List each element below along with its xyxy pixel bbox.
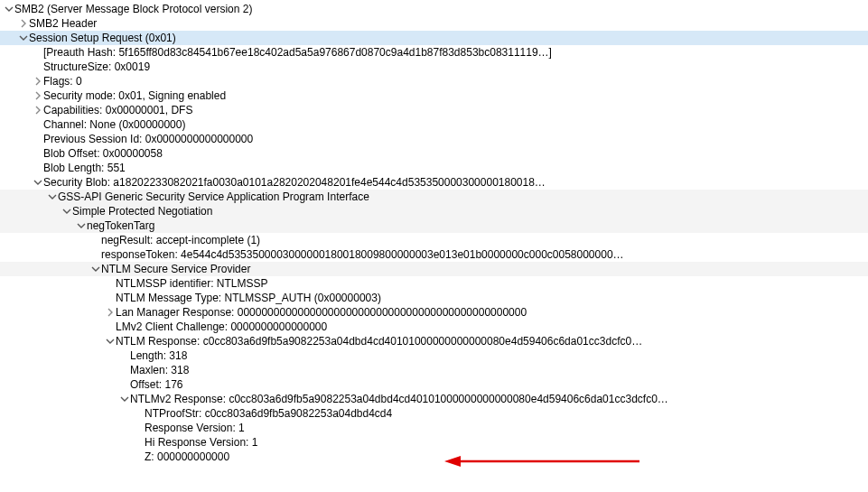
- label: SMB2 Header: [29, 16, 97, 31]
- value: Lan Manager Response: 000000000000000000…: [116, 305, 527, 320]
- chevron-down-icon[interactable]: [33, 177, 43, 188]
- chevron-right-icon[interactable]: [33, 90, 43, 101]
- node-z[interactable]: Z: 000000000000: [0, 450, 868, 464]
- chevron-down-icon[interactable]: [18, 32, 29, 43]
- value: Security mode: 0x01, Signing enabled: [43, 88, 226, 103]
- label: NTLMv2 Response: c0cc803a6d9fb5a9082253a…: [130, 392, 668, 406]
- value: Offset: 176: [130, 377, 182, 392]
- node-capabilities[interactable]: Capabilities: 0x00000001, DFS: [0, 103, 868, 117]
- node-responsetoken[interactable]: responseToken: 4e544c4d53535000030000001…: [0, 247, 868, 262]
- node-prev-session[interactable]: Previous Session Id: 0x0000000000000000: [0, 132, 868, 146]
- value: [Preauth Hash: 5f165ff80d83c84541b67ee18…: [43, 45, 552, 60]
- value: Blob Length: 551: [43, 161, 126, 175]
- node-ntlm-msgtype[interactable]: NTLM Message Type: NTLMSSP_AUTH (0x00000…: [0, 291, 868, 305]
- value: Length: 318: [130, 348, 187, 363]
- node-lmv2-challenge[interactable]: LMv2 Client Challenge: 0000000000000000: [0, 320, 868, 334]
- chevron-down-icon[interactable]: [119, 394, 130, 404]
- chevron-right-icon[interactable]: [105, 307, 116, 318]
- packet-tree: SMB2 (Server Message Block Protocol vers…: [0, 0, 868, 464]
- label: Simple Protected Negotiation: [72, 204, 212, 218]
- value: Capabilities: 0x00000001, DFS: [43, 103, 192, 117]
- node-negtokentarg[interactable]: negTokenTarg: [0, 218, 868, 233]
- node-structure-size[interactable]: StructureSize: 0x0019: [0, 60, 868, 74]
- node-smb2[interactable]: SMB2 (Server Message Block Protocol vers…: [0, 2, 868, 16]
- node-negresult[interactable]: negResult: accept-incomplete (1): [0, 233, 868, 247]
- node-ntproofstr[interactable]: NTProofStr: c0cc803a6d9fb5a9082253a04dbd…: [0, 406, 868, 421]
- node-smb2-header[interactable]: SMB2 Header: [0, 16, 868, 31]
- node-preauth-hash[interactable]: [Preauth Hash: 5f165ff80d83c84541b67ee18…: [0, 45, 868, 60]
- chevron-right-icon[interactable]: [18, 18, 29, 29]
- value: NTLMSSP identifier: NTLMSSP: [116, 276, 268, 291]
- node-response-version[interactable]: Response Version: 1: [0, 421, 868, 435]
- node-session-setup-request[interactable]: Session Setup Request (0x01): [0, 31, 868, 45]
- value: LMv2 Client Challenge: 0000000000000000: [116, 320, 327, 334]
- node-blob-offset[interactable]: Blob Offset: 0x00000058: [0, 146, 868, 161]
- node-security-mode[interactable]: Security mode: 0x01, Signing enabled: [0, 88, 868, 103]
- node-blob-length[interactable]: Blob Length: 551: [0, 161, 868, 175]
- value: NTProofStr: c0cc803a6d9fb5a9082253a04dbd…: [145, 406, 392, 421]
- value: Blob Offset: 0x00000058: [43, 146, 163, 161]
- value: Maxlen: 318: [130, 363, 189, 377]
- node-ntlmssp-id[interactable]: NTLMSSP identifier: NTLMSSP: [0, 276, 868, 291]
- node-ntlmssp[interactable]: NTLM Secure Service Provider: [0, 262, 868, 276]
- label: Security Blob: a18202233082021fa0030a010…: [43, 175, 546, 190]
- chevron-down-icon[interactable]: [47, 191, 58, 202]
- node-security-blob[interactable]: Security Blob: a18202233082021fa0030a010…: [0, 175, 868, 190]
- label: NTLM Response: c0cc803a6d9fb5a9082253a04…: [116, 334, 642, 348]
- chevron-down-icon[interactable]: [90, 264, 101, 274]
- chevron-down-icon[interactable]: [4, 4, 14, 14]
- label: GSS-API Generic Security Service Applica…: [58, 190, 369, 204]
- label: SMB2 (Server Message Block Protocol vers…: [14, 2, 252, 16]
- chevron-right-icon[interactable]: [33, 105, 43, 116]
- value: Z: 000000000000: [145, 450, 229, 464]
- node-channel[interactable]: Channel: None (0x00000000): [0, 117, 868, 132]
- value: responseToken: 4e544c4d53535000030000001…: [101, 247, 624, 262]
- chevron-down-icon[interactable]: [61, 206, 72, 217]
- chevron-down-icon[interactable]: [105, 336, 116, 347]
- node-maxlen[interactable]: Maxlen: 318: [0, 363, 868, 377]
- value: StructureSize: 0x0019: [43, 60, 150, 74]
- chevron-down-icon[interactable]: [76, 220, 87, 231]
- node-ntlm-response[interactable]: NTLM Response: c0cc803a6d9fb5a9082253a04…: [0, 334, 868, 348]
- node-offset[interactable]: Offset: 176: [0, 377, 868, 392]
- node-ntlmv2-response[interactable]: NTLMv2 Response: c0cc803a6d9fb5a9082253a…: [0, 392, 868, 406]
- node-hi-response-version[interactable]: Hi Response Version: 1: [0, 435, 868, 450]
- value: NTLM Message Type: NTLMSSP_AUTH (0x00000…: [116, 291, 381, 305]
- node-length[interactable]: Length: 318: [0, 348, 868, 363]
- label: NTLM Secure Service Provider: [101, 262, 250, 276]
- value: Channel: None (0x00000000): [43, 117, 185, 132]
- node-flags[interactable]: Flags: 0: [0, 74, 868, 88]
- node-spnego[interactable]: Simple Protected Negotiation: [0, 204, 868, 218]
- value: negResult: accept-incomplete (1): [101, 233, 260, 247]
- value: Hi Response Version: 1: [145, 435, 257, 450]
- value: Response Version: 1: [145, 421, 245, 435]
- value: Previous Session Id: 0x0000000000000000: [43, 132, 253, 146]
- chevron-right-icon[interactable]: [33, 76, 43, 87]
- label: Session Setup Request (0x01): [29, 31, 176, 45]
- node-gss-api[interactable]: GSS-API Generic Security Service Applica…: [0, 190, 868, 204]
- value: Flags: 0: [43, 74, 82, 88]
- node-lanman-response[interactable]: Lan Manager Response: 000000000000000000…: [0, 305, 868, 320]
- label: negTokenTarg: [87, 218, 154, 233]
